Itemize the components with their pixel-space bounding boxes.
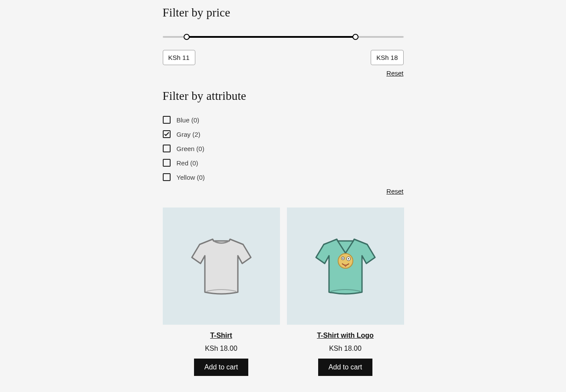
- attribute-label: Red (0): [177, 159, 198, 167]
- checkbox-icon[interactable]: [163, 145, 171, 152]
- product-price: KSh 18.00: [287, 345, 404, 352]
- add-to-cart-button[interactable]: Add to cart: [194, 359, 248, 376]
- checkbox-icon[interactable]: [163, 130, 171, 138]
- filter-attribute-heading: Filter by attribute: [163, 89, 404, 103]
- price-slider[interactable]: [163, 33, 404, 41]
- attribute-label: Yellow (0): [177, 174, 205, 181]
- attribute-item[interactable]: Red (0): [163, 159, 404, 167]
- product-image[interactable]: [163, 208, 280, 325]
- svg-point-4: [348, 258, 349, 260]
- product-card: T-Shirt with LogoKSh 18.00Add to cart: [287, 208, 404, 376]
- slider-active-range: [187, 36, 355, 38]
- attribute-label: Gray (2): [177, 131, 201, 138]
- attribute-item[interactable]: Blue (0): [163, 116, 404, 124]
- product-price: KSh 18.00: [163, 345, 280, 352]
- price-min-input[interactable]: KSh 11: [163, 50, 195, 65]
- price-max-input[interactable]: KSh 18: [371, 50, 403, 65]
- product-card: T-ShirtKSh 18.00Add to cart: [163, 208, 280, 376]
- checkbox-icon[interactable]: [163, 159, 171, 167]
- product-image[interactable]: [287, 208, 404, 325]
- slider-handle-min[interactable]: [184, 34, 190, 40]
- add-to-cart-button[interactable]: Add to cart: [318, 359, 372, 376]
- checkbox-icon[interactable]: [163, 173, 171, 181]
- attribute-label: Green (0): [177, 145, 204, 152]
- attribute-list: Blue (0)Gray (2)Green (0)Red (0)Yellow (…: [163, 116, 404, 181]
- checkbox-icon[interactable]: [163, 116, 171, 124]
- attribute-item[interactable]: Green (0): [163, 145, 404, 152]
- attribute-label: Blue (0): [177, 116, 200, 124]
- product-title-link[interactable]: T-Shirt: [210, 332, 232, 339]
- slider-handle-max[interactable]: [352, 34, 359, 40]
- product-title-link[interactable]: T-Shirt with Logo: [317, 332, 374, 339]
- product-grid: T-ShirtKSh 18.00Add to cartT-Shirt with …: [163, 208, 404, 376]
- filter-price-heading: Filter by price: [163, 6, 404, 20]
- svg-point-2: [342, 258, 343, 259]
- attribute-item[interactable]: Gray (2): [163, 130, 404, 138]
- attribute-reset-button[interactable]: Reset: [386, 188, 403, 195]
- price-reset-button[interactable]: Reset: [386, 69, 403, 77]
- attribute-item[interactable]: Yellow (0): [163, 173, 404, 181]
